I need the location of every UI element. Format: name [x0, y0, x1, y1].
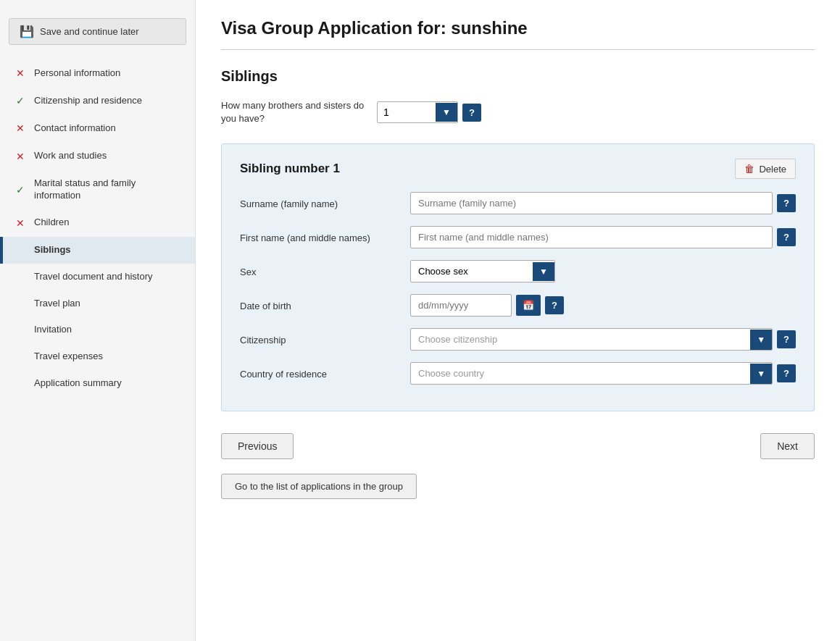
previous-button[interactable]: Previous: [221, 433, 294, 459]
save-icon: 💾: [20, 25, 34, 38]
sidebar-item-label: Contact information: [34, 122, 116, 135]
surname-help-button[interactable]: ?: [777, 194, 796, 212]
delete-label: Delete: [759, 164, 786, 175]
siblings-count-select[interactable]: 1 2 3 4 5: [378, 102, 436, 122]
sidebar-item-travel-plan[interactable]: Travel plan: [0, 290, 195, 317]
sidebar-item-citizenship[interactable]: ✓ Citizenship and residence: [0, 87, 195, 114]
citizenship-row: Citizenship Choose citizenship ▼ ?: [240, 328, 796, 351]
dob-help-button[interactable]: ?: [545, 296, 564, 314]
residence-select[interactable]: Choose country: [411, 363, 750, 384]
sidebar-item-label: Marital status and family information: [34, 177, 184, 202]
next-button[interactable]: Next: [760, 433, 815, 459]
residence-arrow-btn[interactable]: ▼: [750, 364, 772, 384]
citizenship-arrow-btn[interactable]: ▼: [750, 330, 772, 350]
status-icon-x: ✕: [14, 67, 27, 80]
bottom-nav: Previous Next: [221, 433, 815, 459]
status-icon-check: ✓: [14, 183, 27, 196]
sidebar-item-label: Children: [34, 217, 69, 229]
sidebar-item-children[interactable]: ✕ Children: [0, 209, 195, 237]
siblings-count-select-wrap: 1 2 3 4 5 ▼: [377, 101, 458, 123]
sidebar-item-travel-expenses[interactable]: Travel expenses: [0, 343, 195, 370]
calendar-button[interactable]: 📅: [516, 295, 541, 316]
residence-label: Country of residence: [240, 362, 399, 381]
firstname-input[interactable]: [410, 226, 773, 248]
siblings-count-arrow[interactable]: ▼: [436, 103, 457, 122]
dob-control: 📅 ?: [410, 294, 796, 317]
group-list-button[interactable]: Go to the list of applications in the gr…: [221, 474, 417, 499]
sidebar-item-invitation[interactable]: Invitation: [0, 317, 195, 343]
sidebar: 💾 Save and continue later ✕ Personal inf…: [0, 0, 196, 641]
sex-select-wrap: Choose sex Male Female ▼: [410, 260, 555, 282]
sidebar-item-label: Work and studies: [34, 150, 107, 162]
sibling-header: Sibling number 1 🗑 Delete: [240, 159, 796, 179]
sidebar-item-work[interactable]: ✕ Work and studies: [0, 143, 195, 170]
dob-row: Date of birth 📅 ?: [240, 294, 796, 317]
sidebar-item-label: Siblings: [34, 244, 71, 256]
surname-control: ?: [410, 192, 796, 214]
sidebar-item-travel-document[interactable]: Travel document and history: [0, 264, 195, 290]
sidebar-item-label: Travel document and history: [34, 271, 153, 283]
firstname-help-button[interactable]: ?: [777, 228, 796, 246]
citizenship-control: Choose citizenship ▼ ?: [410, 328, 796, 351]
firstname-label: First name (and middle names): [240, 226, 399, 245]
sidebar-item-label: Application summary: [34, 377, 122, 390]
how-many-row: How many brothers and sisters do you hav…: [221, 99, 815, 125]
firstname-control: ?: [410, 226, 796, 248]
save-continue-label: Save and continue later: [40, 26, 139, 37]
dob-label: Date of birth: [240, 294, 399, 313]
save-continue-button[interactable]: 💾 Save and continue later: [9, 18, 186, 45]
residence-help-button[interactable]: ?: [777, 364, 796, 382]
status-icon-x: ✕: [14, 217, 27, 230]
how-many-label: How many brothers and sisters do you hav…: [221, 99, 366, 125]
sidebar-item-label: Travel expenses: [34, 351, 103, 363]
sidebar-item-label: Travel plan: [34, 298, 80, 310]
surname-input[interactable]: [410, 192, 773, 214]
status-icon-x: ✕: [14, 150, 27, 163]
sidebar-item-siblings[interactable]: Siblings: [0, 237, 195, 264]
residence-control: Choose country ▼ ?: [410, 362, 796, 385]
status-icon-check: ✓: [14, 94, 27, 107]
sex-label: Sex: [240, 260, 399, 279]
sex-arrow-btn[interactable]: ▼: [533, 262, 554, 281]
delete-sibling-button[interactable]: 🗑 Delete: [735, 159, 796, 179]
how-many-help-button[interactable]: ?: [462, 104, 481, 122]
dob-input[interactable]: [410, 294, 512, 317]
firstname-row: First name (and middle names) ?: [240, 226, 796, 248]
citizenship-help-button[interactable]: ?: [777, 330, 796, 348]
sidebar-item-label: Personal information: [34, 67, 120, 80]
trash-icon: 🗑: [744, 163, 754, 175]
surname-row: Surname (family name) ?: [240, 192, 796, 214]
sex-control: Choose sex Male Female ▼: [410, 260, 796, 282]
sidebar-item-contact[interactable]: ✕ Contact information: [0, 114, 195, 142]
surname-label: Surname (family name): [240, 192, 399, 211]
nav-list: ✕ Personal information ✓ Citizenship and…: [0, 59, 195, 397]
number-select-container: 1 2 3 4 5 ▼ ?: [377, 101, 481, 123]
sibling-card-1: Sibling number 1 🗑 Delete Surname (famil…: [221, 143, 815, 411]
citizenship-select-wrap: Choose citizenship ▼: [410, 328, 773, 351]
status-icon-x: ✕: [14, 122, 27, 135]
sidebar-item-personal-information[interactable]: ✕ Personal information: [0, 59, 195, 87]
citizenship-label: Citizenship: [240, 328, 399, 347]
page-title: Visa Group Application for: sunshine: [221, 18, 815, 50]
section-title: Siblings: [221, 68, 815, 85]
residence-row: Country of residence Choose country ▼ ?: [240, 362, 796, 385]
sidebar-item-marital[interactable]: ✓ Marital status and family information: [0, 170, 195, 209]
sex-select[interactable]: Choose sex Male Female: [411, 261, 533, 282]
sibling-number-title: Sibling number 1: [240, 162, 340, 176]
sidebar-item-label: Citizenship and residence: [34, 95, 142, 107]
main-content: Visa Group Application for: sunshine Sib…: [196, 0, 840, 641]
residence-select-wrap: Choose country ▼: [410, 362, 773, 385]
sidebar-item-label: Invitation: [34, 324, 72, 336]
citizenship-select[interactable]: Choose citizenship: [411, 329, 750, 350]
sex-row: Sex Choose sex Male Female ▼: [240, 260, 796, 282]
sidebar-item-application-summary[interactable]: Application summary: [0, 370, 195, 397]
